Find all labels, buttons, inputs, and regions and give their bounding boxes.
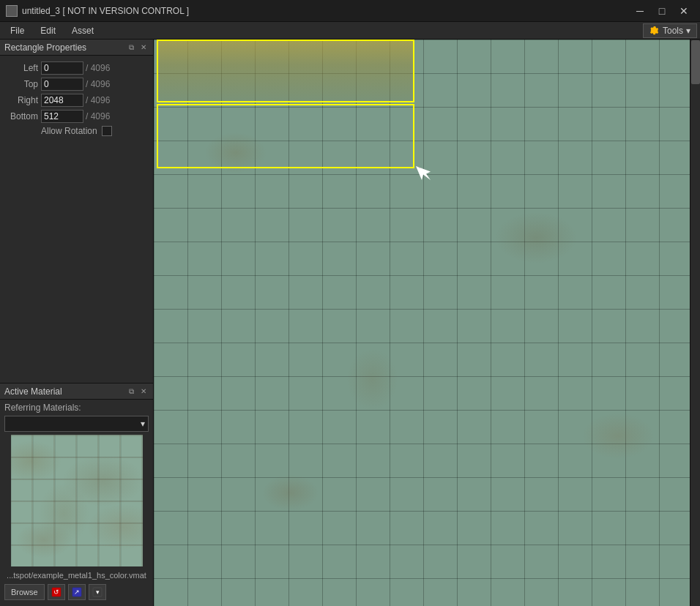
- canvas-texture-patch: [154, 40, 700, 606]
- prop-input-left[interactable]: [41, 61, 83, 75]
- rect-props-icons: ⧉ ✕: [126, 42, 149, 53]
- material-action-2-icon: ↗: [72, 587, 82, 597]
- left-panel: Rectangle Properties ⧉ ✕ Left / 4096 Top…: [0, 40, 154, 606]
- material-action-3-button[interactable]: ▾: [89, 584, 106, 600]
- active-material-close-button[interactable]: ✕: [138, 386, 149, 397]
- dropdown-arrow: ▾: [141, 419, 145, 429]
- scrollbar-thumb[interactable]: [691, 40, 700, 84]
- allow-rotation-checkbox[interactable]: [102, 126, 112, 136]
- tools-label: Tools: [663, 26, 683, 36]
- material-buttons: Browse ↺ ↗: [4, 581, 149, 603]
- main-layout: Rectangle Properties ⧉ ✕ Left / 4096 Top…: [0, 40, 700, 606]
- material-action-1-icon: ↺: [51, 587, 62, 597]
- active-material-content: Referring Materials: ▾ ...tspot/example_…: [0, 400, 153, 606]
- material-name: ...tspot/example_metal1_hs_color.vmat: [4, 569, 149, 581]
- material-dropdown[interactable]: ▾: [4, 416, 149, 432]
- gear-icon: [649, 26, 660, 36]
- prop-input-right[interactable]: [41, 94, 83, 107]
- active-material-header: Active Material ⧉ ✕: [0, 384, 153, 400]
- material-action-2-button[interactable]: ↗: [68, 584, 86, 600]
- svg-text:↺: ↺: [53, 588, 59, 596]
- menu-file[interactable]: File: [3, 24, 31, 37]
- rect-props-detach-button[interactable]: ⧉: [126, 42, 136, 53]
- prop-input-top[interactable]: [41, 78, 83, 91]
- maximize-button[interactable]: □: [652, 3, 672, 19]
- prop-row-right: Right / 4096: [4, 94, 149, 107]
- prop-max-bottom: / 4096: [86, 111, 110, 121]
- menu-edit[interactable]: Edit: [33, 24, 63, 37]
- active-material-detach-button[interactable]: ⧉: [126, 386, 136, 397]
- panel-spacer: [0, 145, 153, 383]
- scrollbar-right[interactable]: [690, 40, 700, 606]
- svg-text:▾: ▾: [95, 588, 99, 596]
- rect-props-header: Rectangle Properties ⧉ ✕: [0, 40, 153, 56]
- window-controls: ─ □ ✕: [630, 3, 694, 19]
- prop-label-left: Left: [4, 63, 41, 73]
- active-material-icons: ⧉ ✕: [126, 386, 149, 397]
- prop-label-right: Right: [4, 95, 41, 105]
- allow-rotation-label: Allow Rotation: [41, 126, 97, 136]
- prop-row-bottom: Bottom / 4096: [4, 110, 149, 123]
- prop-label-top: Top: [4, 79, 41, 89]
- title-bar: untitled_3 [ NOT IN VERSION CONTROL ] ─ …: [0, 0, 700, 22]
- referring-label: Referring Materials:: [4, 403, 149, 413]
- thumbnail-texture: [11, 435, 143, 566]
- tools-button[interactable]: Tools ▾: [643, 23, 697, 38]
- minimize-button[interactable]: ─: [630, 3, 650, 19]
- rect-props-close-button[interactable]: ✕: [138, 42, 149, 53]
- material-action-1-button[interactable]: ↺: [48, 584, 65, 600]
- browse-button[interactable]: Browse: [4, 584, 45, 600]
- menu-bar: File Edit Asset Tools ▾: [0, 22, 700, 40]
- canvas-area[interactable]: [154, 40, 700, 606]
- title-bar-left: untitled_3 [ NOT IN VERSION CONTROL ]: [6, 5, 189, 17]
- window-title: untitled_3 [ NOT IN VERSION CONTROL ]: [22, 6, 189, 16]
- tools-dropdown-arrow: ▾: [686, 26, 690, 36]
- prop-label-bottom: Bottom: [4, 111, 41, 121]
- material-thumbnail: [11, 435, 143, 566]
- close-button[interactable]: ✕: [674, 3, 694, 19]
- app-icon: [6, 5, 18, 17]
- prop-row-top: Top / 4096: [4, 78, 149, 91]
- rect-props-title: Rectangle Properties: [4, 42, 86, 53]
- prop-max-right: / 4096: [86, 95, 110, 105]
- menu-items: File Edit Asset: [3, 24, 101, 37]
- rect-props-fields: Left / 4096 Top / 4096 Right / 4096 Bott…: [0, 56, 153, 145]
- prop-row-left: Left / 4096: [4, 61, 149, 75]
- active-material-title: Active Material: [4, 386, 62, 397]
- material-action-3-icon: ▾: [92, 587, 103, 597]
- prop-max-left: / 4096: [86, 63, 110, 73]
- menu-asset[interactable]: Asset: [64, 24, 101, 37]
- prop-max-top: / 4096: [86, 79, 110, 89]
- texture-canvas: [154, 40, 700, 606]
- prop-input-bottom[interactable]: [41, 110, 83, 123]
- allow-rotation-row: Allow Rotation: [4, 126, 149, 136]
- svg-text:↗: ↗: [74, 588, 80, 596]
- active-material-section: Active Material ⧉ ✕ Referring Materials:…: [0, 383, 153, 606]
